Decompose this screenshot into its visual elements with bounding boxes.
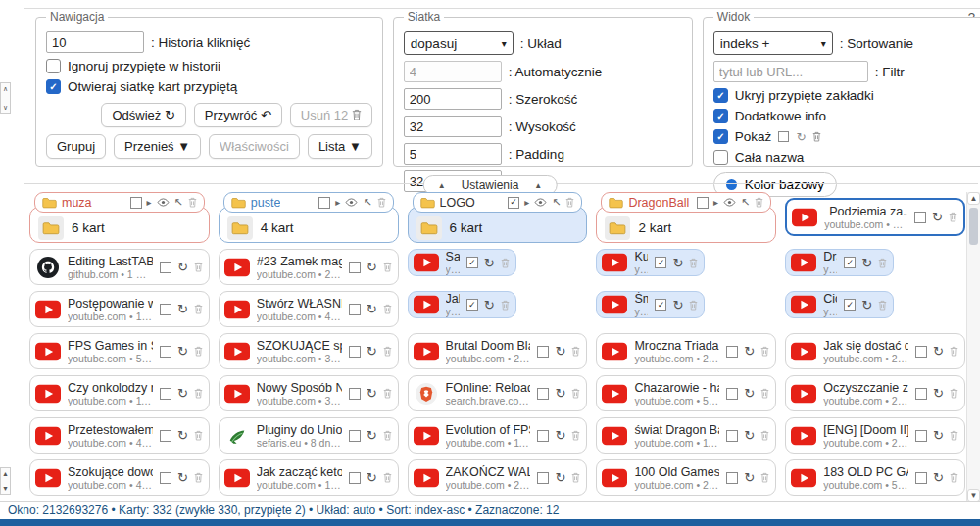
trash-icon[interactable] bbox=[194, 472, 203, 483]
refresh-icon[interactable]: ↻ bbox=[744, 429, 755, 442]
tab-card[interactable]: Evolution of FPS G... youtube.com • 11 d… bbox=[408, 417, 588, 454]
refresh-icon[interactable]: ↻ bbox=[861, 257, 872, 269]
tab-checkbox[interactable] bbox=[915, 472, 927, 484]
height-input[interactable] bbox=[404, 116, 502, 137]
tab-card[interactable]: Przetestowałem 1... youtube.com • 4 dni … bbox=[29, 417, 210, 454]
tab-checkbox[interactable] bbox=[726, 430, 738, 442]
trash-icon[interactable] bbox=[760, 388, 769, 399]
delete-selected-button[interactable]: Usuń 12 bbox=[290, 103, 372, 127]
tab-card[interactable]: Mroczna Triada: Te... youtube.com • 2 mi… bbox=[596, 333, 776, 369]
tab-checkbox[interactable] bbox=[844, 257, 856, 268]
show-icons-checkbox[interactable] bbox=[713, 129, 728, 144]
tab-card[interactable]: Ciosy Nożem - Wo... youtube.com • 1 mies… bbox=[785, 291, 894, 318]
tab-checkbox[interactable] bbox=[349, 388, 361, 400]
left-scrollbar-bottom[interactable]: ▲▼ bbox=[0, 467, 11, 495]
folder-checkbox[interactable] bbox=[697, 197, 709, 209]
tab-checkbox[interactable] bbox=[160, 472, 172, 484]
full-name-checkbox[interactable] bbox=[713, 150, 728, 165]
tab-checkbox[interactable] bbox=[160, 262, 172, 273]
refresh-icon[interactable]: ↻ bbox=[555, 345, 565, 358]
trash-icon[interactable] bbox=[950, 430, 958, 441]
trash-icon[interactable] bbox=[760, 346, 769, 357]
tab-card[interactable]: [ENG] [Doom II] Tr... youtube.com • 2 mi… bbox=[785, 417, 965, 454]
tab-checkbox[interactable] bbox=[537, 430, 549, 442]
tab-checkbox[interactable] bbox=[655, 299, 666, 311]
trash-icon[interactable] bbox=[760, 472, 769, 483]
left-scrollbar-top[interactable]: ∧∨ bbox=[0, 82, 11, 114]
ignore-pinned-checkbox[interactable] bbox=[46, 59, 61, 73]
folder-card[interactable]: muza ▸ ↖ 6 kart bbox=[29, 192, 210, 243]
trash-icon[interactable] bbox=[949, 212, 957, 222]
refresh-icon[interactable]: ↻ bbox=[933, 429, 944, 442]
play-icon[interactable]: ▸ bbox=[713, 197, 718, 208]
scroll-up-button[interactable]: ▲ bbox=[967, 192, 980, 205]
tab-card[interactable]: FOnline: Reloaded,... search.brave.com •… bbox=[408, 375, 588, 411]
tab-card[interactable]: 183 OLD PC GAM... youtube.com • 5 mies .… bbox=[785, 459, 965, 496]
tab-card[interactable]: Chazarowie - hand... youtube.com • 5 dni… bbox=[596, 375, 776, 411]
tab-checkbox[interactable] bbox=[349, 304, 361, 315]
sort-select[interactable]: indeks +▾ bbox=[713, 31, 833, 55]
refresh-icon[interactable]: ↻ bbox=[555, 471, 565, 484]
tab-checkbox[interactable] bbox=[466, 299, 478, 311]
refresh-icon[interactable]: ↻ bbox=[367, 261, 377, 273]
tab-card[interactable]: Kupiłem DYSK 14T... youtube.com • 4 dni … bbox=[596, 249, 705, 276]
trash-icon[interactable] bbox=[383, 304, 392, 314]
refresh-icon[interactable]: ↻ bbox=[177, 261, 188, 273]
play-icon[interactable]: ▸ bbox=[147, 197, 152, 208]
tab-checkbox[interactable] bbox=[726, 346, 738, 358]
trash-icon[interactable] bbox=[571, 430, 580, 441]
trash-icon[interactable] bbox=[383, 430, 392, 441]
trash-icon[interactable] bbox=[689, 258, 698, 268]
refresh-icon[interactable]: ↻ bbox=[744, 387, 755, 400]
tab-checkbox[interactable] bbox=[349, 346, 361, 358]
tab-card[interactable]: Jak zacząć keto i s... youtube.com • 1 m… bbox=[219, 459, 399, 496]
tab-card[interactable]: 100 Old Games Fr... youtube.com • 2 mies… bbox=[596, 459, 776, 496]
refresh-icon[interactable]: ↻ bbox=[933, 387, 944, 400]
history-clicks-input[interactable] bbox=[46, 31, 144, 53]
refresh-icon[interactable]: ↻ bbox=[672, 257, 683, 269]
eye-icon[interactable] bbox=[157, 198, 170, 207]
refresh-icon[interactable]: ↻ bbox=[933, 471, 944, 484]
tab-checkbox[interactable] bbox=[915, 430, 927, 442]
trash-icon[interactable] bbox=[571, 346, 580, 357]
open-grid-pinned-checkbox[interactable] bbox=[46, 79, 61, 94]
tab-checkbox[interactable] bbox=[914, 212, 926, 223]
tab-card[interactable]: Jak się dostać do ... youtube.com • 2 mi… bbox=[785, 333, 965, 369]
refresh-icon[interactable]: ↻ bbox=[177, 387, 188, 400]
tab-checkbox[interactable] bbox=[726, 388, 738, 400]
refresh-icon[interactable]: ↻ bbox=[672, 299, 683, 311]
trash-icon[interactable] bbox=[194, 262, 203, 272]
trash-icon[interactable] bbox=[188, 197, 197, 208]
tab-checkbox[interactable] bbox=[844, 299, 856, 311]
folder-checkbox[interactable] bbox=[318, 197, 330, 209]
filter-input[interactable] bbox=[713, 61, 868, 82]
trash-icon[interactable] bbox=[760, 430, 769, 441]
eye-icon[interactable] bbox=[345, 198, 358, 207]
trash-icon[interactable] bbox=[950, 346, 958, 357]
folder-card[interactable]: DragonBall ▸ ↖ 2 kart bbox=[596, 192, 776, 243]
trash-icon[interactable] bbox=[383, 346, 392, 357]
tab-card[interactable]: Samoobrona i Wal... youtube.com • 1 dzie… bbox=[408, 249, 516, 276]
vertical-scrollbar[interactable]: ▲ ▼ bbox=[966, 192, 980, 502]
auto-columns-input[interactable] bbox=[404, 61, 502, 82]
tab-card[interactable]: Szokujące dowody... youtube.com • 4 mies… bbox=[29, 459, 210, 496]
refresh-icon[interactable]: ↻ bbox=[177, 345, 188, 358]
tab-card[interactable]: FPS Games in Sour... youtube.com • 5 mie… bbox=[29, 333, 210, 369]
tab-card[interactable]: Czy onkolodzy nas... youtube.com • 11 dn… bbox=[29, 375, 210, 411]
play-icon[interactable]: ▸ bbox=[524, 197, 529, 208]
tab-checkbox[interactable] bbox=[915, 346, 927, 358]
arrow-up-left-icon[interactable]: ↖ bbox=[552, 196, 561, 209]
tab-card[interactable]: Stwórz WŁASNEG... youtube.com • 4 dni t.… bbox=[219, 291, 399, 327]
arrow-up-left-icon[interactable]: ↖ bbox=[174, 196, 183, 209]
scrollbar-thumb[interactable] bbox=[969, 208, 978, 245]
restore-button[interactable]: Przywróć ↶ bbox=[194, 103, 282, 127]
tab-card[interactable]: Śmiertelne Technik... youtube.com • 1 mi… bbox=[596, 291, 705, 318]
refresh-icon[interactable]: ↻ bbox=[484, 257, 495, 269]
folder-card[interactable]: puste ▸ ↖ 4 kart bbox=[219, 192, 399, 243]
refresh-icon[interactable]: ↻ bbox=[367, 387, 377, 400]
tab-checkbox[interactable] bbox=[160, 388, 172, 400]
refresh-icon[interactable]: ↻ bbox=[744, 345, 755, 358]
refresh-icon[interactable]: ↻ bbox=[744, 471, 755, 484]
trash-icon[interactable] bbox=[878, 258, 887, 268]
trash-icon[interactable] bbox=[194, 304, 203, 314]
